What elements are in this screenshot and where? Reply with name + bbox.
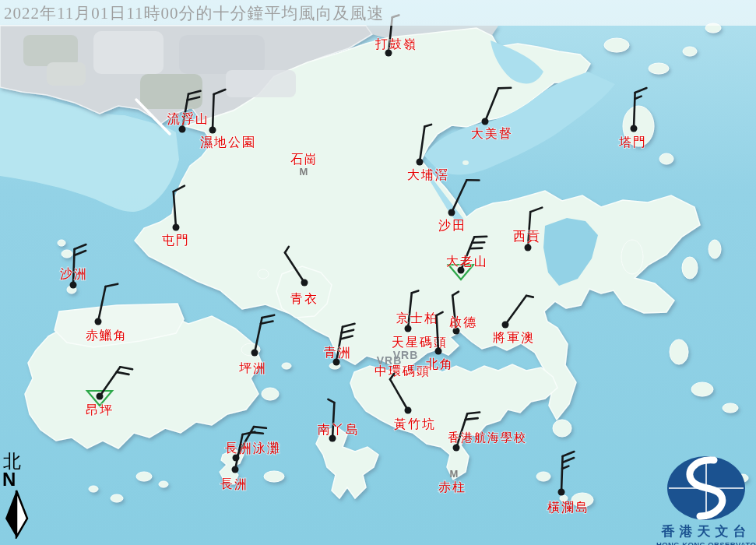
- station-dot: [95, 318, 102, 325]
- station-lamma-island: 南丫島: [318, 399, 360, 442]
- station-wong-chuk-hang: 黃竹坑: [390, 374, 436, 431]
- wind-barb-feather: [174, 186, 185, 192]
- station-dot: [631, 125, 638, 132]
- station-dot: [251, 350, 258, 357]
- station-label: 沙田: [438, 219, 466, 232]
- wind-barb-feather: [254, 427, 266, 428]
- station-label: 昂坪: [86, 403, 114, 417]
- station-label: 大埔滘: [407, 168, 449, 181]
- wind-barb-pole: [285, 252, 304, 283]
- wind-barb-feather: [466, 418, 478, 420]
- station-dot: [333, 359, 340, 366]
- wind-barb-feather: [635, 88, 647, 93]
- title-band: [0, 0, 756, 26]
- station-kings-park: 京士柏: [396, 290, 438, 332]
- station-sha-tin: 沙田: [438, 180, 479, 232]
- station-dot: [179, 126, 186, 133]
- station-label: 長洲泳灘: [225, 441, 281, 455]
- station-tai-po-kau: 大埔滘: [407, 125, 449, 181]
- station-ngong-ping: 昂坪: [86, 367, 132, 417]
- compass-north: 北 N: [2, 452, 33, 539]
- hko-emblem-icon: [666, 455, 747, 521]
- wind-barb-pole: [390, 379, 408, 410]
- station-lau-fau-shan: 流浮山: [167, 91, 209, 133]
- wind-barb-feather: [342, 330, 354, 333]
- station-chek-lap-kok: 赤鱲角: [86, 284, 128, 342]
- station-dot: [448, 209, 455, 216]
- station-dot: [232, 466, 239, 473]
- station-tai-mei-tuk: 大美督: [471, 88, 513, 140]
- stations-layer: 打鼓嶺流浮山濕地公園M石崗大美督塔門大埔滘沙田西貢大老山屯門沙洲赤鱲角青衣坪洲昂…: [0, 0, 756, 545]
- wind-barb-feather: [467, 413, 480, 414]
- wind-map: 打鼓嶺流浮山濕地公園M石崗大美督塔門大埔滘沙田西貢大老山屯門沙洲赤鱲角青衣坪洲昂…: [0, 0, 756, 545]
- station-tates-cairn: 大老山: [446, 237, 488, 280]
- station-label: 黃竹坑: [394, 417, 436, 431]
- station-tseung-kwan-o: 將軍澳: [493, 296, 535, 344]
- station-sha-chau: 沙洲: [60, 244, 88, 288]
- station-label: 青洲: [324, 346, 352, 359]
- station-label: 大美督: [471, 127, 513, 140]
- wind-barb-pole: [98, 287, 106, 322]
- wind-barb-pole: [420, 126, 424, 162]
- hko-name-en: HONG KONG OBSERVATORY: [656, 540, 756, 545]
- station-label: 流浮山: [167, 112, 209, 125]
- station-waglan-island: 橫瀾島: [547, 452, 589, 514]
- wind-barb-feather: [530, 208, 542, 213]
- station-dot: [405, 407, 412, 414]
- wind-barb-feather: [498, 88, 511, 89]
- wind-barb-pole: [213, 94, 214, 130]
- station-label: 西貢: [513, 230, 541, 244]
- missing-data-flag: M: [300, 166, 308, 178]
- wind-barb-feather: [562, 458, 574, 462]
- wind-barb-feather: [412, 290, 419, 293]
- wind-barb-pole: [174, 192, 176, 227]
- wind-barb-feather: [563, 452, 575, 456]
- station-label: 沙洲: [60, 267, 88, 280]
- station-dot: [453, 445, 460, 452]
- station-label: 南丫島: [318, 423, 360, 436]
- station-hk-sea-school: 香港航海學校: [448, 413, 527, 452]
- station-tuen-mun: 屯門: [162, 186, 190, 247]
- station-dot: [70, 282, 77, 289]
- wind-barb-feather: [328, 399, 334, 403]
- station-label: 北角: [426, 357, 454, 371]
- north-arrow-icon: [2, 489, 30, 539]
- wind-barb-feather: [526, 296, 533, 297]
- station-tsing-yi: 青衣: [285, 247, 318, 305]
- wind-barb-feather: [472, 242, 484, 243]
- station-sai-kung: 西貢: [513, 208, 542, 251]
- wind-barb-feather: [452, 292, 459, 296]
- station-label: 將軍澳: [493, 331, 535, 344]
- wind-barb-feather: [424, 125, 431, 126]
- station-dot: [525, 244, 532, 251]
- wind-barb-feather: [243, 432, 255, 434]
- station-dot: [301, 280, 308, 287]
- station-dot: [435, 348, 442, 355]
- station-kai-tak: 啟德: [449, 292, 477, 335]
- station-label: 天星碼頭: [392, 336, 448, 349]
- wind-barb-feather: [188, 97, 200, 100]
- wind-barb-feather: [285, 247, 289, 253]
- compass-label-en: N: [2, 470, 33, 489]
- station-dot: [405, 325, 412, 332]
- station-label: 京士柏: [396, 311, 438, 325]
- wind-barb-feather: [343, 324, 355, 327]
- wind-barb-feather: [469, 248, 482, 249]
- wind-barb-feather: [262, 315, 275, 318]
- station-label: 香港航海學校: [448, 431, 527, 444]
- station-dot: [502, 322, 509, 329]
- station-green-island: 青洲: [324, 324, 355, 366]
- station-label: 青衣: [290, 292, 318, 305]
- missing-data-flag: M: [450, 468, 459, 480]
- wind-barb-pole: [452, 180, 466, 213]
- wind-barb-feather: [188, 91, 201, 94]
- station-label: 塔門: [619, 135, 647, 149]
- station-label: 屯門: [162, 234, 190, 247]
- station-dot: [482, 118, 489, 125]
- wind-barb-feather: [214, 90, 226, 94]
- wind-barb-feather: [74, 251, 86, 255]
- hko-logo: 香港天文台 HONG KONG OBSERVATORY: [656, 455, 756, 545]
- compass-label-zh: 北: [3, 452, 33, 470]
- wind-barb-feather: [106, 284, 118, 287]
- station-label: 石崗: [290, 153, 318, 166]
